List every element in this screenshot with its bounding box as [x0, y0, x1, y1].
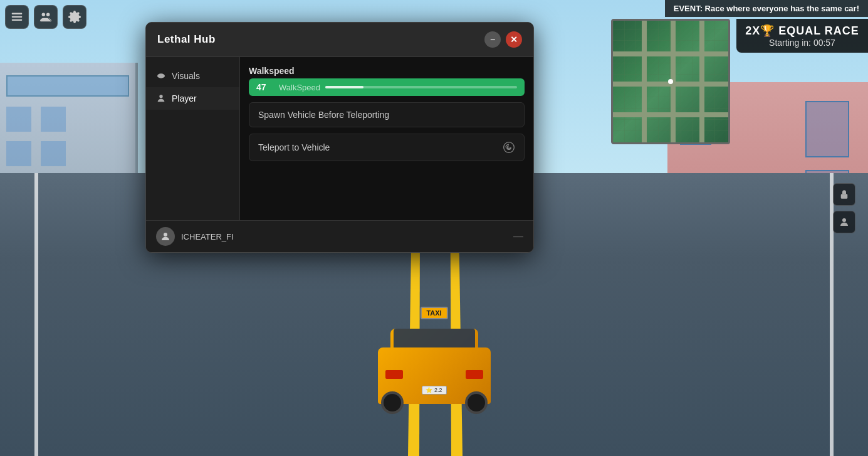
footer-dash: — — [513, 231, 523, 242]
menu-icon-button[interactable] — [5, 5, 29, 29]
close-button[interactable]: ✕ — [506, 31, 522, 48]
svg-rect-2 — [12, 19, 23, 21]
teleport-vehicle-label: Teleport to Vehicle — [258, 142, 330, 152]
svg-point-11 — [164, 233, 167, 236]
walkspeed-label: Walkspeed — [249, 66, 525, 76]
modal-controls: − ✕ — [484, 31, 522, 48]
taxi-car: TAXI ⭐ 2.2 — [372, 310, 497, 410]
avatar-icon-button[interactable] — [833, 211, 855, 233]
modal-title: Lethal Hub — [157, 33, 216, 46]
event-text: EVENT: Race where everyone has the same … — [674, 4, 859, 13]
svg-point-9 — [160, 75, 162, 77]
modal-sidebar: Visuals Player — [146, 57, 240, 220]
walkspeed-value: 47 — [256, 82, 274, 92]
players-icon — [39, 10, 53, 24]
modal-header: Lethal Hub − ✕ — [146, 23, 533, 57]
sidebar-item-visuals[interactable]: Visuals — [146, 65, 239, 87]
taxi-wheels — [372, 398, 497, 410]
lock-icon-button[interactable] — [833, 183, 855, 206]
walkspeed-bar — [325, 86, 517, 88]
person-icon — [156, 93, 166, 103]
wheel-left — [381, 391, 404, 414]
svg-rect-0 — [12, 13, 23, 14]
modal-footer: ICHEATER_FI — — [146, 220, 533, 252]
sidebar-label-visuals: Visuals — [172, 71, 200, 81]
lethal-hub-modal: Lethal Hub − ✕ Visuals Player — [145, 22, 534, 253]
road-edge-left — [34, 173, 38, 456]
event-race-title: 2X🏆 EQUAL RACE — [745, 24, 859, 38]
minimap-player-dot — [668, 79, 673, 84]
spawn-vehicle-label: Spawn Vehicle Before Teleporting — [258, 110, 389, 120]
top-left-icons — [5, 5, 86, 29]
svg-rect-6 — [841, 194, 848, 199]
eye-icon — [156, 71, 166, 81]
walkspeed-bar-fill — [325, 86, 363, 88]
svg-point-7 — [842, 218, 846, 222]
event-timer: Starting in: 00:57 — [745, 38, 859, 48]
teleport-vehicle-toggle-row[interactable]: Teleport to Vehicle — [249, 134, 525, 161]
menu-icon — [10, 10, 24, 24]
event-bar: EVENT: Race where everyone has the same … — [665, 0, 868, 17]
sidebar-label-player: Player — [172, 93, 197, 103]
minimize-button[interactable]: − — [484, 31, 501, 48]
svg-point-10 — [159, 95, 162, 98]
svg-point-3 — [42, 13, 46, 16]
modal-body: Visuals Player Walkspeed 47 WalkSpeed — [146, 57, 533, 220]
svg-rect-1 — [12, 16, 23, 18]
bottom-right-icons — [833, 183, 855, 233]
minimap-road-v3 — [699, 21, 704, 142]
taxi-tail-lights — [385, 370, 483, 379]
svg-point-4 — [46, 13, 50, 16]
modal-main: Walkspeed 47 WalkSpeed Spawn Vehicle Bef… — [240, 57, 533, 220]
taxi-sign: TAXI — [420, 307, 447, 319]
lock-icon — [839, 189, 850, 200]
footer-avatar — [156, 227, 175, 246]
walkspeed-section: Walkspeed 47 WalkSpeed — [249, 66, 525, 96]
spawn-vehicle-toggle-row[interactable]: Spawn Vehicle Before Teleporting — [249, 102, 525, 127]
players-icon-button[interactable] — [34, 5, 58, 29]
tail-light-left — [385, 370, 403, 379]
event-badge: 2X🏆 EQUAL RACE Starting in: 00:57 — [736, 19, 868, 53]
sidebar-item-player[interactable]: Player — [146, 87, 239, 110]
walkspeed-input-row[interactable]: 47 WalkSpeed — [249, 78, 525, 96]
taxi-plate: ⭐ 2.2 — [421, 386, 446, 395]
minimap — [611, 19, 730, 144]
fingerprint-icon — [503, 141, 515, 154]
tail-light-right — [466, 370, 483, 379]
footer-avatar-icon — [160, 231, 171, 242]
wheel-right — [465, 391, 488, 414]
settings-icon — [68, 10, 81, 24]
walkspeed-unit-label: WalkSpeed — [279, 83, 320, 92]
footer-username: ICHEATER_FI — [181, 232, 234, 241]
minimap-road-v1 — [642, 21, 647, 142]
avatar-icon — [839, 216, 850, 228]
settings-icon-button[interactable] — [63, 5, 86, 29]
